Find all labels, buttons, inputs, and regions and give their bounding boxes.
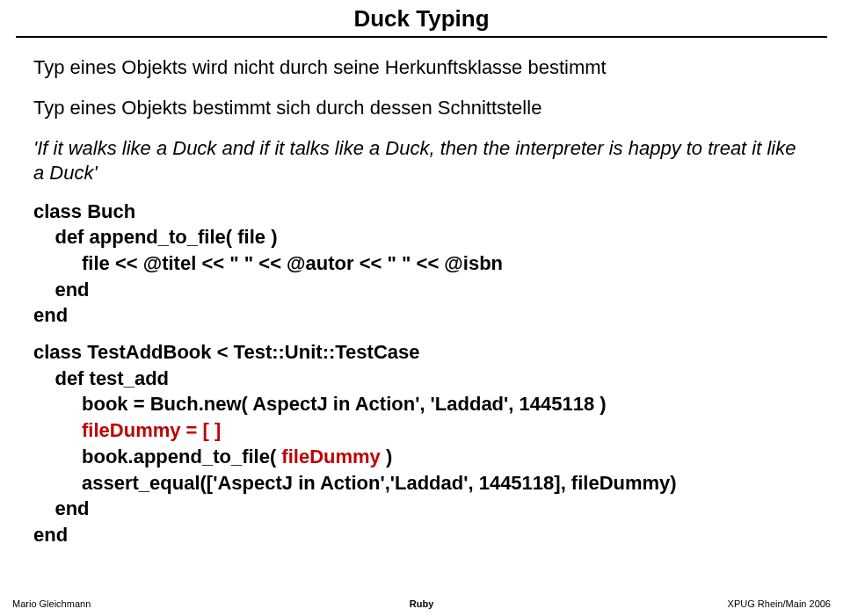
code-line: ) bbox=[381, 446, 392, 467]
code-line: def test_add bbox=[33, 367, 169, 389]
code-line: end bbox=[33, 304, 68, 326]
code-line: end bbox=[33, 497, 90, 519]
page-title: Duck Typing bbox=[353, 5, 489, 33]
code-highlight: fileDummy bbox=[281, 446, 380, 467]
code-line: def append_to_file( file ) bbox=[33, 226, 277, 248]
code-line: assert_equal(['AspectJ in Action','Ladda… bbox=[33, 472, 677, 494]
footer-mid: Ruby bbox=[0, 598, 843, 609]
code-line: class Buch bbox=[33, 200, 135, 222]
footer-left: Mario Gleichmann bbox=[12, 598, 91, 609]
code-block-2: class TestAddBook < Test::Unit::TestCase… bbox=[33, 339, 810, 548]
code-line: end bbox=[33, 279, 90, 301]
code-line: file << @titel << " " << @autor << " " <… bbox=[33, 252, 503, 274]
paragraph-1: Typ eines Objekts wird nicht durch seine… bbox=[33, 55, 810, 80]
title-wrap: Duck Typing bbox=[0, 0, 843, 33]
footer: Mario Gleichmann Ruby XPUG Rhein/Main 20… bbox=[0, 598, 843, 609]
code-line: book.append_to_file( bbox=[33, 446, 281, 467]
code-line: end bbox=[33, 524, 68, 546]
footer-right: XPUG Rhein/Main 2006 bbox=[728, 598, 831, 609]
code-block-1: class Buch def append_to_file( file ) fi… bbox=[33, 199, 810, 329]
code-highlight: fileDummy = [ ] bbox=[82, 419, 221, 441]
paragraph-2: Typ eines Objekts bestimmt sich durch de… bbox=[33, 96, 810, 120]
code-line: class TestAddBook < Test::Unit::TestCase bbox=[33, 341, 419, 363]
content: Typ eines Objekts wird nicht durch seine… bbox=[0, 38, 843, 548]
quote: 'If it walks like a Duck and if it talks… bbox=[33, 136, 810, 185]
code-line bbox=[33, 419, 82, 441]
code-line: book = Buch.new( AspectJ in Action', 'La… bbox=[33, 393, 607, 415]
